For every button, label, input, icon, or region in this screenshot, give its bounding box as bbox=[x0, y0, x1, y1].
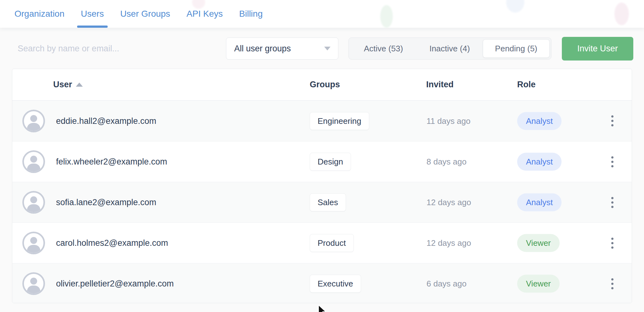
group-badge: Product bbox=[310, 234, 354, 252]
role-badge: Analyst bbox=[517, 112, 562, 130]
group-badge: Design bbox=[310, 153, 351, 171]
tab-bar: Organization Users User Groups API Keys … bbox=[0, 0, 644, 28]
person-icon bbox=[24, 233, 43, 253]
invite-user-button[interactable]: Invite User bbox=[562, 37, 633, 61]
tab-label: User Groups bbox=[120, 9, 170, 19]
user-groups-dropdown-value: All user groups bbox=[234, 44, 324, 54]
status-filter-pending[interactable]: Pending (5) bbox=[483, 39, 550, 58]
status-filter-active[interactable]: Active (53) bbox=[350, 39, 416, 58]
role-badge: Analyst bbox=[517, 153, 562, 171]
person-icon bbox=[24, 193, 43, 212]
column-header-invited[interactable]: Invited bbox=[426, 69, 454, 100]
status-filter-group: Active (53) Inactive (4) Pending (5) bbox=[348, 38, 551, 60]
tab-label: Users bbox=[81, 9, 104, 19]
table-body: eddie.hall2@example.com Engineering 11 d… bbox=[12, 101, 632, 303]
user-email: carol.holmes2@example.com bbox=[56, 238, 168, 248]
user-email: eddie.hall2@example.com bbox=[56, 116, 156, 126]
tab-list: Organization Users User Groups API Keys … bbox=[14, 0, 263, 28]
column-label: Invited bbox=[426, 80, 454, 90]
status-filter-inactive[interactable]: Inactive (4) bbox=[416, 39, 483, 58]
status-filter-label: Active (53) bbox=[364, 44, 403, 54]
invited-date: 11 days ago bbox=[427, 116, 471, 126]
role-badge: Viewer bbox=[517, 275, 560, 293]
table-row: olivier.pelletier2@example.com Executive… bbox=[12, 263, 632, 303]
mouse-cursor bbox=[317, 304, 328, 312]
tab-organization[interactable]: Organization bbox=[14, 0, 65, 28]
role-badge: Analyst bbox=[517, 194, 562, 211]
invited-date: 12 days ago bbox=[427, 238, 471, 248]
user-email: olivier.pelletier2@example.com bbox=[56, 279, 174, 289]
column-label: User bbox=[53, 80, 72, 90]
table-header: User Groups Invited Role bbox=[12, 69, 632, 101]
search-input[interactable] bbox=[13, 38, 205, 59]
avatar bbox=[22, 150, 45, 173]
row-menu-button[interactable] bbox=[605, 152, 619, 171]
chevron-down-icon bbox=[324, 47, 330, 50]
avatar bbox=[22, 232, 45, 254]
avatar bbox=[22, 272, 45, 295]
tab-label: Organization bbox=[14, 9, 65, 19]
status-filter-label: Pending (5) bbox=[495, 44, 537, 54]
sort-ascending-icon bbox=[76, 83, 83, 87]
invited-date: 8 days ago bbox=[427, 157, 466, 167]
tab-billing[interactable]: Billing bbox=[239, 0, 263, 28]
row-menu-button[interactable] bbox=[605, 274, 619, 293]
user-email: sofia.lane2@example.com bbox=[56, 198, 156, 207]
column-header-user[interactable]: User bbox=[53, 69, 83, 100]
column-label: Groups bbox=[310, 80, 340, 90]
table-row: carol.holmes2@example.com Product 12 day… bbox=[12, 222, 632, 263]
column-label: Role bbox=[517, 80, 536, 90]
avatar bbox=[22, 191, 45, 214]
status-filter-label: Inactive (4) bbox=[429, 44, 470, 54]
user-groups-dropdown[interactable]: All user groups bbox=[226, 38, 338, 60]
tab-users[interactable]: Users bbox=[81, 0, 104, 28]
table-row: eddie.hall2@example.com Engineering 11 d… bbox=[12, 101, 632, 141]
group-badge: Executive bbox=[310, 275, 361, 293]
tab-api-keys[interactable]: API Keys bbox=[187, 0, 223, 28]
person-icon bbox=[24, 274, 43, 293]
tab-user-groups[interactable]: User Groups bbox=[120, 0, 170, 28]
group-badge: Sales bbox=[310, 194, 346, 211]
user-email: felix.wheeler2@example.com bbox=[56, 157, 167, 167]
users-table: User Groups Invited Role eddie.hall2@exa… bbox=[12, 69, 632, 303]
tab-label: API Keys bbox=[187, 9, 223, 19]
invited-date: 6 days ago bbox=[427, 279, 466, 289]
row-menu-button[interactable] bbox=[605, 193, 619, 212]
table-row: felix.wheeler2@example.com Design 8 days… bbox=[12, 141, 632, 182]
person-icon bbox=[24, 152, 43, 171]
row-menu-button[interactable] bbox=[605, 234, 619, 252]
row-menu-button[interactable] bbox=[605, 112, 619, 130]
group-badge: Engineering bbox=[310, 112, 369, 130]
invited-date: 12 days ago bbox=[427, 198, 471, 207]
column-header-groups[interactable]: Groups bbox=[310, 69, 340, 100]
person-icon bbox=[24, 111, 43, 131]
tab-label: Billing bbox=[239, 9, 263, 19]
avatar bbox=[22, 110, 45, 132]
column-header-role[interactable]: Role bbox=[517, 69, 536, 100]
role-badge: Viewer bbox=[517, 234, 560, 252]
table-row: sofia.lane2@example.com Sales 12 days ag… bbox=[12, 182, 632, 222]
